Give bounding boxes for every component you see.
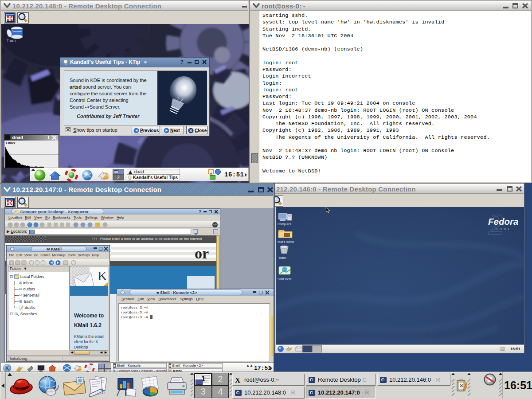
svg-text:X: X xyxy=(235,376,241,383)
svg-text:CORE: CORE xyxy=(496,227,512,231)
svg-text:Fedora: Fedora xyxy=(488,216,518,227)
svg-text:Computer: Computer xyxy=(278,223,291,226)
svg-text:Trash: Trash xyxy=(278,256,286,259)
svg-text:Start Here: Start Here xyxy=(278,278,292,281)
svg-text:K: K xyxy=(5,365,9,371)
